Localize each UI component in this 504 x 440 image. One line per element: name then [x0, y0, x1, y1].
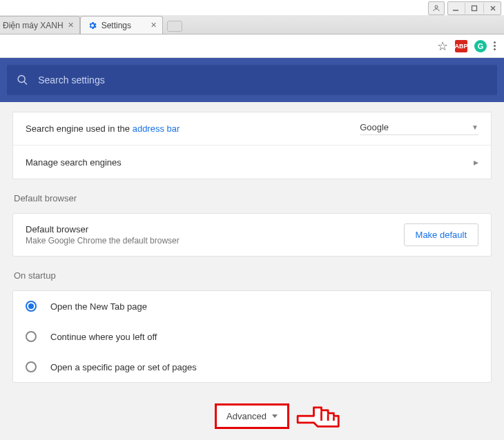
maximize-button[interactable]	[467, 3, 481, 14]
svg-point-0	[435, 6, 438, 8]
chevron-down-icon	[272, 414, 278, 418]
startup-option-continue[interactable]: Continue where you left off	[13, 321, 491, 352]
startup-card: Open the New Tab page Continue where you…	[12, 290, 492, 383]
radio-icon	[26, 301, 37, 312]
chevron-down-icon: ▼	[472, 123, 478, 131]
advanced-section: Advanced	[12, 403, 492, 429]
bookmark-star-icon[interactable]: ☆	[437, 39, 448, 54]
default-browser-row: Default browser Make Google Chrome the d…	[13, 214, 491, 256]
selected-engine: Google	[360, 122, 389, 132]
search-engine-label: Search engine used in the address bar	[26, 123, 360, 134]
svg-line-6	[24, 81, 27, 84]
settings-content: Search engine used in the address bar Go…	[0, 58, 504, 440]
default-browser-title: Default browser	[26, 224, 404, 234]
tab-strip: Điện máy XANH ✕ Settings ✕	[0, 15, 504, 34]
radio-icon	[26, 331, 37, 342]
user-icon[interactable]	[429, 3, 443, 14]
toolbar: ☆ ABP G	[0, 34, 504, 58]
tab-title: Settings	[101, 21, 131, 30]
search-engine-row: Search engine used in the address bar Go…	[13, 112, 491, 146]
default-browser-section-title: Default browser	[14, 193, 492, 203]
close-window-button[interactable]	[486, 3, 500, 14]
default-browser-subtitle: Make Google Chrome the default browser	[26, 236, 404, 246]
startup-option-new-tab[interactable]: Open the New Tab page	[13, 291, 491, 321]
startup-option-label: Open a specific page or set of pages	[50, 362, 197, 372]
radio-icon	[26, 361, 37, 372]
advanced-button[interactable]: Advanced	[215, 403, 289, 429]
manage-search-engines-row[interactable]: Manage search engines ▸	[13, 146, 491, 179]
search-icon	[17, 74, 28, 86]
chrome-menu-icon[interactable]	[494, 41, 496, 50]
search-engine-select[interactable]: Google ▼	[360, 122, 478, 135]
advanced-label: Advanced	[226, 411, 266, 421]
pointing-hand-annotation	[293, 398, 342, 438]
startup-option-specific[interactable]: Open a specific page or set of pages	[13, 352, 491, 382]
adblock-extension-icon[interactable]: ABP	[455, 40, 467, 52]
svg-point-5	[18, 76, 25, 83]
tab-title: Điện máy XANH	[3, 21, 64, 30]
svg-rect-2	[472, 6, 477, 11]
search-settings-input[interactable]	[38, 74, 487, 86]
on-startup-section-title: On startup	[14, 270, 492, 281]
close-tab-icon[interactable]: ✕	[151, 21, 157, 30]
new-tab-button[interactable]	[167, 21, 182, 32]
chevron-right-icon: ▸	[474, 157, 478, 168]
close-tab-icon[interactable]: ✕	[68, 21, 74, 30]
startup-option-label: Open the New Tab page	[50, 301, 147, 312]
browser-tab-active[interactable]: Settings ✕	[80, 16, 163, 34]
minimize-button[interactable]	[449, 3, 463, 14]
search-banner	[0, 58, 504, 102]
manage-engines-label: Manage search engines	[26, 157, 474, 168]
make-default-button[interactable]: Make default	[404, 223, 478, 246]
settings-favicon	[88, 21, 97, 30]
startup-option-label: Continue where you left off	[50, 332, 157, 342]
search-engine-card: Search engine used in the address bar Go…	[12, 112, 492, 179]
browser-tab[interactable]: Điện máy XANH ✕	[0, 16, 80, 34]
address-bar-link[interactable]: address bar	[133, 123, 180, 134]
grammarly-extension-icon[interactable]: G	[474, 40, 487, 52]
window-controls	[0, 0, 504, 15]
default-browser-card: Default browser Make Google Chrome the d…	[12, 213, 492, 257]
